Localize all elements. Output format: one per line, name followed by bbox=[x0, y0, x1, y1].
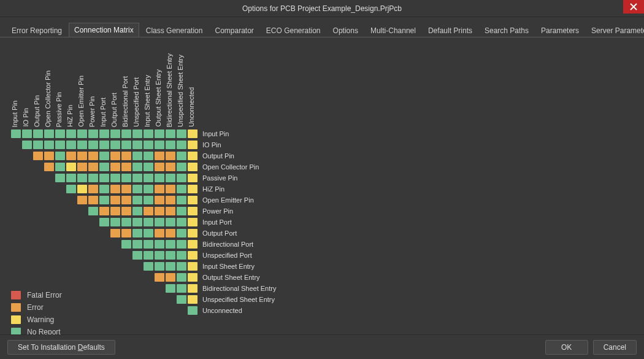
matrix-cell[interactable] bbox=[121, 196, 131, 204]
matrix-cell[interactable] bbox=[44, 129, 54, 138]
matrix-cell[interactable] bbox=[88, 196, 98, 204]
matrix-cell[interactable] bbox=[155, 262, 164, 271]
matrix-cell[interactable] bbox=[177, 174, 186, 182]
matrix-cell[interactable] bbox=[166, 129, 175, 138]
matrix-cell[interactable] bbox=[66, 152, 76, 160]
matrix-cell[interactable] bbox=[188, 306, 197, 315]
matrix-cell[interactable] bbox=[177, 152, 186, 160]
matrix-cell[interactable] bbox=[22, 129, 32, 138]
matrix-cell[interactable] bbox=[88, 174, 98, 182]
matrix-cell[interactable] bbox=[55, 163, 65, 171]
matrix-cell[interactable] bbox=[88, 163, 98, 171]
matrix-cell[interactable] bbox=[66, 185, 76, 193]
matrix-cell[interactable] bbox=[166, 229, 175, 237]
matrix-cell[interactable] bbox=[166, 174, 175, 182]
matrix-cell[interactable] bbox=[77, 129, 87, 138]
matrix-cell[interactable] bbox=[177, 185, 186, 193]
matrix-cell[interactable] bbox=[188, 152, 197, 160]
matrix-cell[interactable] bbox=[99, 218, 109, 226]
matrix-cell[interactable] bbox=[11, 129, 21, 138]
matrix-cell[interactable] bbox=[144, 196, 153, 204]
matrix-cell[interactable] bbox=[44, 141, 54, 149]
matrix-cell[interactable] bbox=[188, 295, 197, 304]
matrix-cell[interactable] bbox=[77, 174, 87, 182]
matrix-cell[interactable] bbox=[132, 218, 142, 226]
matrix-cell[interactable] bbox=[77, 141, 87, 149]
close-button[interactable] bbox=[623, 0, 644, 14]
matrix-cell[interactable] bbox=[132, 129, 142, 138]
matrix-cell[interactable] bbox=[55, 174, 65, 182]
matrix-cell[interactable] bbox=[188, 273, 197, 282]
matrix-cell[interactable] bbox=[110, 196, 120, 204]
matrix-cell[interactable] bbox=[177, 129, 186, 138]
matrix-cell[interactable] bbox=[188, 218, 197, 226]
matrix-cell[interactable] bbox=[132, 141, 142, 149]
matrix-cell[interactable] bbox=[177, 163, 186, 171]
matrix-cell[interactable] bbox=[121, 185, 131, 193]
matrix-cell[interactable] bbox=[55, 129, 65, 138]
matrix-cell[interactable] bbox=[132, 229, 142, 237]
matrix-cell[interactable] bbox=[166, 152, 175, 160]
matrix-cell[interactable] bbox=[55, 141, 65, 149]
matrix-cell[interactable] bbox=[121, 240, 131, 249]
set-defaults-button[interactable]: Set To Installation Defaults bbox=[7, 340, 115, 355]
matrix-cell[interactable] bbox=[99, 141, 109, 149]
matrix-cell[interactable] bbox=[121, 174, 131, 182]
matrix-cell[interactable] bbox=[188, 129, 197, 138]
matrix-cell[interactable] bbox=[188, 240, 197, 249]
matrix-cell[interactable] bbox=[155, 141, 164, 149]
tab-error-reporting[interactable]: Error Reporting bbox=[6, 23, 67, 37]
matrix-cell[interactable] bbox=[110, 163, 120, 171]
matrix-cell[interactable] bbox=[33, 129, 43, 138]
tab-multi-channel[interactable]: Multi-Channel bbox=[365, 23, 421, 37]
matrix-cell[interactable] bbox=[144, 141, 153, 149]
matrix-cell[interactable] bbox=[132, 207, 142, 215]
matrix-cell[interactable] bbox=[166, 273, 175, 282]
matrix-cell[interactable] bbox=[44, 163, 54, 171]
tab-parameters[interactable]: Parameters bbox=[535, 23, 585, 37]
matrix-cell[interactable] bbox=[110, 185, 120, 193]
matrix-cell[interactable] bbox=[166, 218, 175, 226]
matrix-cell[interactable] bbox=[188, 185, 197, 193]
matrix-cell[interactable] bbox=[77, 163, 87, 171]
matrix-cell[interactable] bbox=[144, 174, 153, 182]
matrix-cell[interactable] bbox=[144, 229, 153, 237]
ok-button[interactable]: OK bbox=[545, 340, 588, 355]
matrix-cell[interactable] bbox=[99, 207, 109, 215]
matrix-cell[interactable] bbox=[177, 218, 186, 226]
matrix-cell[interactable] bbox=[155, 185, 164, 193]
matrix-cell[interactable] bbox=[121, 229, 131, 237]
matrix-cell[interactable] bbox=[166, 240, 175, 249]
matrix-cell[interactable] bbox=[166, 262, 175, 271]
matrix-cell[interactable] bbox=[33, 141, 43, 149]
matrix-cell[interactable] bbox=[121, 207, 131, 215]
tab-default-prints[interactable]: Default Prints bbox=[423, 23, 478, 37]
matrix-cell[interactable] bbox=[110, 229, 120, 237]
matrix-cell[interactable] bbox=[155, 218, 164, 226]
matrix-cell[interactable] bbox=[110, 152, 120, 160]
matrix-cell[interactable] bbox=[144, 207, 153, 215]
matrix-cell[interactable] bbox=[155, 207, 164, 215]
matrix-cell[interactable] bbox=[22, 141, 32, 149]
cancel-button[interactable]: Cancel bbox=[593, 340, 637, 355]
matrix-cell[interactable] bbox=[132, 174, 142, 182]
matrix-cell[interactable] bbox=[110, 207, 120, 215]
matrix-cell[interactable] bbox=[166, 185, 175, 193]
matrix-cell[interactable] bbox=[177, 295, 186, 304]
matrix-cell[interactable] bbox=[121, 129, 131, 138]
matrix-cell[interactable] bbox=[188, 174, 197, 182]
matrix-cell[interactable] bbox=[99, 196, 109, 204]
matrix-cell[interactable] bbox=[177, 273, 186, 282]
matrix-cell[interactable] bbox=[132, 152, 142, 160]
matrix-cell[interactable] bbox=[110, 218, 120, 226]
matrix-cell[interactable] bbox=[144, 152, 153, 160]
matrix-cell[interactable] bbox=[66, 163, 76, 171]
tab-server-parameters[interactable]: Server Parameters bbox=[586, 23, 644, 37]
matrix-cell[interactable] bbox=[188, 141, 197, 149]
matrix-cell[interactable] bbox=[99, 152, 109, 160]
matrix-cell[interactable] bbox=[166, 141, 175, 149]
matrix-cell[interactable] bbox=[121, 141, 131, 149]
matrix-cell[interactable] bbox=[166, 163, 175, 171]
matrix-cell[interactable] bbox=[99, 174, 109, 182]
tab-search-paths[interactable]: Search Paths bbox=[479, 23, 534, 37]
